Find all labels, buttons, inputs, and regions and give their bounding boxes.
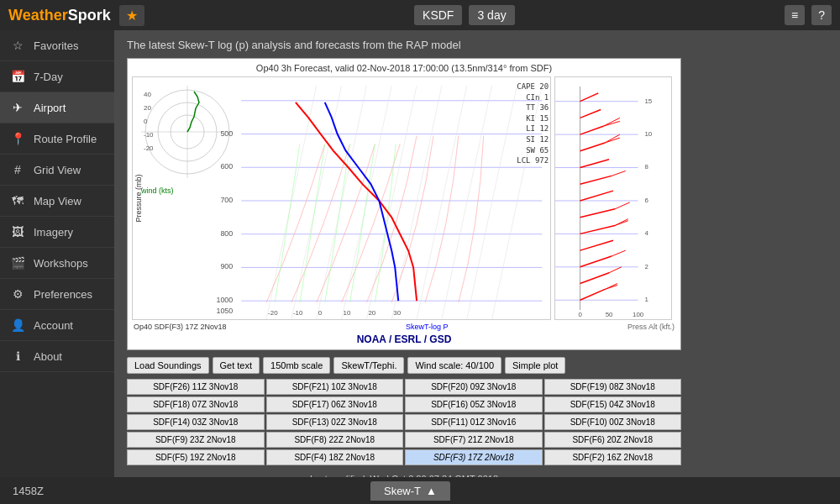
svg-text:600: 600 [220, 162, 233, 171]
wind-barbs-svg: 0 50 100 1 2 4 6 8 10 15 [555, 77, 671, 319]
airport-selector-button[interactable]: KSDF [414, 5, 462, 25]
svg-line-24 [266, 86, 317, 319]
sidebar-item-label: 7-Day [34, 71, 63, 83]
topbar-right: ≡ ? [785, 5, 832, 25]
svg-text:700: 700 [220, 196, 233, 204]
skewt-tab-arrow: ▲ [426, 485, 437, 497]
svg-line-62 [580, 176, 612, 184]
sidebar-item-route-profile[interactable]: 📍Route Profile [0, 123, 114, 155]
svg-line-72 [580, 93, 599, 102]
help-button[interactable]: ? [811, 5, 832, 25]
forecast-cell-12[interactable]: SDF(F9) 23Z 2Nov18 [127, 432, 265, 448]
skewt-plot: 40 20 0 -10 -20 [132, 76, 551, 320]
day-selector-button[interactable]: 3 day [469, 5, 514, 25]
skewt-footer-right: Press Alt (kft.) [627, 323, 675, 331]
chart-inner: 40 20 0 -10 -20 [132, 76, 676, 320]
app-logo: WeatherSpork [8, 7, 111, 24]
sidebar-item-about[interactable]: ℹAbout [0, 341, 114, 372]
sidebar-item-preferences[interactable]: ⚙Preferences [0, 279, 114, 310]
forecast-cell-1[interactable]: SDF(F21) 10Z 3Nov18 [266, 379, 404, 395]
action-button-5[interactable]: Simple plot [505, 357, 565, 374]
cape-info: CAPE 20 CIn 1 TT 36 KI 15 LI 12 SI 12 SW… [517, 81, 549, 166]
forecast-cell-9[interactable]: SDF(F13) 02Z 3Nov18 [266, 414, 404, 430]
sidebar-item-airport[interactable]: ✈Airport [0, 92, 114, 123]
skewt-footer-left: Op40 SDF(F3) 17Z 2Nov18 [134, 323, 227, 331]
svg-text:-20: -20 [268, 309, 278, 317]
action-buttons: Load SoundingsGet text150mb scaleSkewT/T… [127, 357, 681, 374]
skewt-footer: Op40 SDF(F3) 17Z 2Nov18 SkewT-log P Pres… [132, 323, 676, 331]
svg-line-29 [391, 86, 442, 319]
sidebar-item-workshops[interactable]: 🎬Workshops [0, 248, 114, 279]
action-button-1[interactable]: Get text [213, 357, 260, 374]
svg-text:1050: 1050 [216, 307, 233, 315]
svg-line-56 [580, 226, 615, 234]
forecast-cell-19[interactable]: SDF(F2) 16Z 2Nov18 [544, 449, 682, 465]
svg-text:100: 100 [633, 311, 644, 318]
action-button-4[interactable]: Wind scale: 40/100 [407, 357, 501, 374]
svg-line-26 [317, 86, 367, 319]
svg-line-53 [580, 256, 612, 267]
forecast-cell-10[interactable]: SDF(F11) 01Z 3Nov16 [405, 414, 543, 430]
svg-line-50 [605, 284, 617, 290]
action-button-2[interactable]: 150mb scale [263, 357, 330, 374]
sidebar-item-favorites[interactable]: ☆Favorites [0, 30, 114, 61]
time-display: 1458Z [13, 485, 44, 497]
forecast-cell-4[interactable]: SDF(F18) 07Z 3Nov18 [127, 396, 265, 412]
sidebar-icon: # [10, 163, 25, 176]
svg-text:900: 900 [220, 262, 233, 270]
sidebar-item-label: Grid View [34, 164, 81, 176]
sidebar-icon: 📅 [10, 70, 25, 83]
action-button-0[interactable]: Load Soundings [127, 357, 209, 374]
svg-text:0: 0 [318, 309, 323, 317]
layers-button[interactable]: ≡ [785, 5, 805, 25]
topbar-center: KSDF 3 day [414, 5, 515, 25]
forecast-cell-18[interactable]: SDF(F3) 17Z 2Nov18 [405, 449, 543, 465]
sidebar-icon: 🖼 [10, 225, 25, 239]
svg-text:0: 0 [579, 311, 583, 318]
forecast-cell-3[interactable]: SDF(F19) 08Z 3Nov18 [544, 379, 682, 395]
sidebar-item-map-view[interactable]: 🗺Map View [0, 186, 114, 217]
svg-text:6: 6 [645, 197, 649, 204]
svg-line-65 [580, 143, 606, 151]
svg-line-58 [615, 219, 628, 226]
noaa-label: NOAA / ESRL / GSD [132, 333, 676, 345]
svg-line-48 [580, 289, 606, 300]
forecast-cell-5[interactable]: SDF(F17) 06Z 3Nov18 [266, 396, 404, 412]
chart-container: Op40 3h Forecast, valid 02-Nov-2018 17:0… [127, 58, 681, 350]
forecast-cell-6[interactable]: SDF(F16) 05Z 3Nov18 [405, 396, 543, 412]
forecast-cell-0[interactable]: SDF(F26) 11Z 3Nov18 [127, 379, 265, 395]
forecast-cell-7[interactable]: SDF(F15) 04Z 3Nov18 [544, 396, 682, 412]
forecast-cell-11[interactable]: SDF(F10) 00Z 3Nov18 [544, 414, 682, 430]
sidebar-item-account[interactable]: 👤Account [0, 310, 114, 341]
sidebar-item-7-day[interactable]: 📅7-Day [0, 61, 114, 92]
wind-profile: 0 50 100 1 2 4 6 8 10 15 [554, 76, 672, 320]
sidebar-icon: ✈ [10, 101, 25, 114]
svg-line-63 [612, 171, 626, 176]
sidebar-item-label: Account [34, 319, 73, 332]
forecast-cell-2[interactable]: SDF(F20) 09Z 3Nov18 [405, 379, 543, 395]
skewt-tab[interactable]: Skew-T ▲ [370, 481, 450, 501]
svg-line-25 [291, 86, 342, 319]
svg-line-71 [580, 110, 601, 118]
forecast-cell-13[interactable]: SDF(F8) 22Z 2Nov18 [266, 432, 404, 448]
forecast-cell-14[interactable]: SDF(F7) 21Z 2Nov18 [405, 432, 543, 448]
favorite-star-button[interactable]: ★ [119, 5, 144, 26]
forecast-grid: SDF(F26) 11Z 3Nov18SDF(F21) 10Z 3Nov18SD… [127, 379, 681, 465]
forecast-cell-8[interactable]: SDF(F14) 03Z 3Nov18 [127, 414, 265, 430]
svg-line-30 [417, 86, 467, 319]
sidebar-icon: 🎬 [10, 256, 25, 270]
skewt-tab-label: Skew-T [384, 485, 421, 497]
sidebar-item-grid-view[interactable]: #Grid View [0, 155, 114, 186]
svg-text:-10: -10 [293, 309, 303, 317]
sidebar-item-label: About [34, 350, 62, 363]
forecast-cell-15[interactable]: SDF(F6) 20Z 2Nov18 [544, 432, 682, 448]
topbar: WeatherSpork ★ KSDF 3 day ≡ ? [0, 0, 840, 30]
sidebar-item-imagery[interactable]: 🖼Imagery [0, 217, 114, 248]
action-button-3[interactable]: SkewT/Tephi. [333, 357, 404, 374]
svg-text:20: 20 [368, 309, 375, 317]
svg-line-61 [580, 191, 613, 201]
forecast-cell-17[interactable]: SDF(F4) 18Z 2Nov18 [266, 449, 404, 465]
forecast-cell-16[interactable]: SDF(F5) 19Z 2Nov18 [127, 449, 265, 465]
skewt-footer-center: SkewT-log P [406, 323, 449, 331]
sidebar-icon: ⚙ [10, 287, 25, 301]
